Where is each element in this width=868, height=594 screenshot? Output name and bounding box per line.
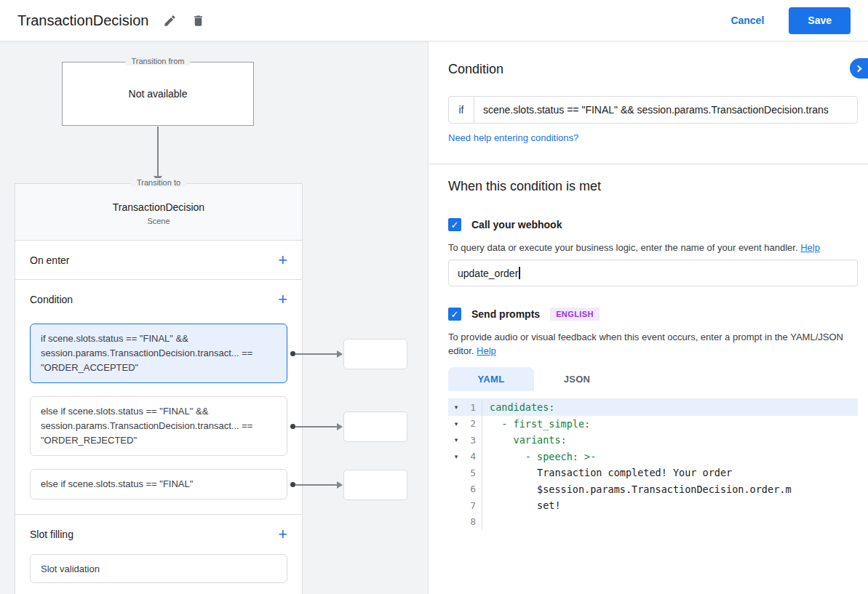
cancel-button[interactable]: Cancel <box>730 15 764 26</box>
scene-name: TransactionDecision <box>15 201 302 213</box>
pencil-icon <box>163 14 177 28</box>
conditions-help-link[interactable]: Need help entering conditions? <box>448 132 578 143</box>
condition-card-final[interactable]: else if scene.slots.status == "FINAL" <box>30 469 287 499</box>
collapse-panel-button[interactable] <box>850 58 868 79</box>
code-text: Transaction completed! Your order <box>482 467 732 478</box>
chevron-right-icon <box>855 65 862 72</box>
code-text: - first_simple: <box>482 418 590 430</box>
condition-section-label: Condition <box>30 294 73 305</box>
connector-line <box>295 353 338 355</box>
scene-graph-panel: Transition from Not available Transition… <box>0 41 428 594</box>
connector-line <box>295 426 338 428</box>
line-number: 1 <box>464 402 482 413</box>
slot-filling-label: Slot filling <box>30 529 73 540</box>
fold-arrow-icon[interactable]: ▾ <box>448 404 464 411</box>
scene-type-label: Scene <box>15 217 302 225</box>
condition-card-rejected[interactable]: else if scene.slots.status == "FINAL" &&… <box>30 396 287 456</box>
event-handler-input[interactable]: update_order <box>448 260 858 286</box>
app: TransactionDecision Cancel Save Transiti… <box>0 0 868 594</box>
page-title: TransactionDecision <box>17 12 148 29</box>
save-button[interactable]: Save <box>789 7 851 34</box>
condition-text: if scene.slots.status == "FINAL" && sess… <box>41 332 259 375</box>
transition-target-box[interactable] <box>343 470 407 500</box>
editor-line[interactable]: ▾ 3 variants: <box>448 432 858 449</box>
slot-filling-header: Slot filling + <box>15 515 302 554</box>
send-prompts-row: ✓ Send prompts ENGLISH <box>448 308 600 321</box>
condition-text: else if scene.slots.status == "FINAL" <box>41 477 259 491</box>
editor-line[interactable]: 7 set! <box>448 497 858 514</box>
on-enter-label: On enter <box>30 254 69 266</box>
code-text: - speech: >- <box>482 451 596 462</box>
when-condition-met-title: When this condition is met <box>448 179 601 194</box>
call-webhook-label: Call your webhook <box>471 219 562 230</box>
editor-line[interactable]: ▾ 2 - first_simple: <box>448 416 858 433</box>
prompts-help-link[interactable]: Help <box>477 345 496 356</box>
editor-line[interactable]: 8 <box>448 514 858 531</box>
condition-section: Condition + if scene.slots.status == "FI… <box>15 280 302 515</box>
line-number: 3 <box>464 435 482 446</box>
tab-json[interactable]: JSON <box>534 367 620 391</box>
transition-to-label: Transition to <box>131 178 186 187</box>
prompts-description: To provide audio or visual feedback when… <box>448 330 858 358</box>
code-text: candidates: <box>482 401 554 413</box>
language-badge: ENGLISH <box>550 308 600 321</box>
section-divider <box>429 164 868 164</box>
editor-line[interactable]: 5 Transaction completed! Your order <box>448 465 858 481</box>
transition-target-box[interactable] <box>343 412 407 442</box>
editor-tabs: YAML JSON <box>448 367 620 391</box>
transition-from-label: Transition from <box>126 57 191 65</box>
trash-icon <box>191 14 205 28</box>
webhook-help-link[interactable]: Help <box>800 242 820 253</box>
code-text: $session.params.TransactionDecision.orde… <box>482 483 792 495</box>
send-prompts-checkbox[interactable]: ✓ <box>448 308 461 321</box>
connector-line <box>295 484 338 486</box>
line-number: 6 <box>464 483 482 494</box>
connector-arrowhead-icon <box>337 350 343 358</box>
if-label: if <box>449 97 474 123</box>
scene-card: Transition to TransactionDecision Scene … <box>15 183 303 594</box>
main-content: Transition from Not available Transition… <box>0 41 868 594</box>
condition-editor-panel: Condition if scene.slots.status == "FINA… <box>428 41 868 594</box>
fold-arrow-icon[interactable]: ▾ <box>448 420 464 428</box>
on-enter-row[interactable]: On enter + <box>15 241 302 280</box>
condition-text: else if scene.slots.status == "FINAL" &&… <box>41 404 259 448</box>
transition-arrow <box>157 127 159 176</box>
connector-dot <box>290 424 295 429</box>
transition-from-box[interactable]: Transition from Not available <box>62 62 254 126</box>
line-number: 4 <box>464 451 482 462</box>
transition-from-value: Not available <box>129 88 188 100</box>
tab-yaml[interactable]: YAML <box>448 367 534 391</box>
code-text: variants: <box>482 434 567 446</box>
editor-line[interactable]: ▾ 4 - speech: >- <box>448 449 858 465</box>
connector-dot <box>290 482 295 487</box>
connector-dot <box>290 351 295 356</box>
fold-arrow-icon[interactable]: ▾ <box>448 453 464 460</box>
transition-target-box[interactable] <box>343 339 407 369</box>
line-number: 2 <box>464 418 482 429</box>
scene-card-header[interactable]: Transition to TransactionDecision Scene <box>15 184 302 241</box>
editor-line[interactable]: ▾ 1 candidates: <box>448 399 858 416</box>
call-webhook-checkbox[interactable]: ✓ <box>448 218 461 231</box>
yaml-code-editor[interactable]: ▾ 1 candidates: ▾ 2 - first_simple: ▾ 3 … <box>448 398 858 594</box>
condition-expression-input[interactable]: scene.slots.status == "FINAL" && session… <box>474 97 857 123</box>
connector-arrowhead-icon <box>337 481 343 489</box>
prompts-description-text: To provide audio or visual feedback when… <box>448 332 843 356</box>
add-slot-button[interactable]: + <box>278 527 287 542</box>
add-condition-button[interactable]: + <box>278 292 287 307</box>
panel-title: Condition <box>448 62 503 77</box>
send-prompts-label: Send prompts <box>471 308 540 320</box>
condition-expression-row: if scene.slots.status == "FINAL" && sess… <box>448 96 858 124</box>
condition-card-accepted[interactable]: if scene.slots.status == "FINAL" && sess… <box>30 324 287 383</box>
add-on-enter-button[interactable]: + <box>278 253 287 268</box>
editor-line[interactable]: 6 $session.params.TransactionDecision.or… <box>448 481 858 498</box>
line-number: 8 <box>464 516 482 527</box>
line-number: 5 <box>464 467 482 478</box>
line-number: 7 <box>464 500 482 511</box>
slot-validation-item[interactable]: Slot validation <box>30 554 287 583</box>
slot-filling-section: Slot filling + Slot validation <box>15 515 302 594</box>
code-text: set! <box>482 499 561 511</box>
webhook-description-text: To query data or execute your business l… <box>448 242 798 253</box>
fold-arrow-icon[interactable]: ▾ <box>448 436 464 444</box>
delete-scene-button[interactable] <box>191 14 205 28</box>
edit-title-button[interactable] <box>163 14 177 28</box>
